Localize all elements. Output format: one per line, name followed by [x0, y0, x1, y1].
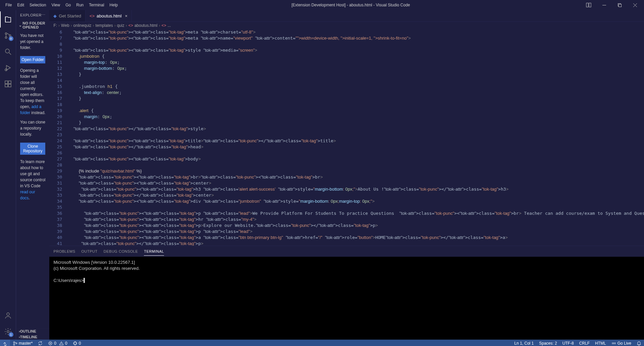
menu-selection[interactable]: Selection — [27, 1, 49, 9]
run-debug-icon[interactable] — [0, 60, 16, 76]
status-port[interactable]: 0 — [70, 340, 84, 346]
status-remote-icon[interactable] — [0, 340, 10, 346]
close-button[interactable] — [627, 0, 643, 10]
section-no-folder[interactable]: ⌄NO FOLDER OPENED — [16, 20, 49, 31]
side-panel: EXPLORER ⋯ ⌄NO FOLDER OPENED You have no… — [16, 10, 49, 340]
svg-point-8 — [5, 37, 7, 39]
minimize-button[interactable] — [596, 0, 612, 10]
svg-point-24 — [13, 344, 15, 345]
status-notifications-icon[interactable] — [634, 340, 644, 346]
menu-run[interactable]: Run — [73, 1, 86, 9]
menu-go[interactable]: Go — [63, 1, 73, 9]
msg-learn-git: To learn more about how to use git and s… — [20, 159, 45, 201]
status-bar: master* 0 0 0 Ln 1, Col 1 Spaces: 2 UTF-… — [0, 340, 644, 346]
tab-close-icon[interactable]: × — [124, 13, 128, 18]
code-content[interactable]: "tok-attr">class="tok-punc"><"tok-attr">… — [68, 29, 644, 246]
panel: PROBLEMS OUTPUT DEBUG CONSOLE TERMINAL ▣… — [49, 246, 644, 340]
status-sync-icon[interactable] — [35, 340, 45, 346]
svg-rect-1 — [589, 3, 591, 7]
terminal-body[interactable]: Microsoft Windows [Version 10.0.22567.1]… — [49, 257, 644, 340]
sidebar-more-icon[interactable]: ⋯ — [42, 13, 46, 17]
svg-point-10 — [5, 49, 9, 53]
status-eol[interactable]: CRLF — [577, 340, 592, 346]
panel-tab-debug[interactable]: DEBUG CONSOLE — [104, 247, 138, 255]
maximize-button[interactable] — [612, 0, 627, 10]
vscode-icon: ◆ — [53, 13, 57, 18]
status-lang[interactable]: HTML — [592, 340, 609, 346]
status-lncol[interactable]: Ln 1, Col 1 — [512, 340, 536, 346]
svg-rect-16 — [8, 84, 11, 87]
editor-area: ◆ Get Started <> aboutus.html × ⋯ F:› We… — [49, 10, 644, 340]
svg-rect-4 — [619, 4, 621, 7]
menu-edit[interactable]: Edit — [14, 1, 27, 9]
panel-tab-terminal[interactable]: TERMINAL — [144, 247, 164, 256]
search-icon[interactable] — [0, 44, 16, 60]
menu-file[interactable]: File — [3, 1, 14, 9]
svg-rect-0 — [586, 3, 588, 7]
svg-rect-2 — [602, 5, 606, 5]
clone-repo-button[interactable]: Clone Repository — [20, 143, 45, 155]
line-gutter: 6789101112131415161718192021222324252627… — [49, 29, 68, 246]
read-docs-link[interactable]: read our docs — [20, 190, 35, 200]
svg-point-7 — [5, 33, 7, 35]
window-title: [Extension Development Host] - aboutus.h… — [120, 3, 581, 7]
menu-view[interactable]: View — [49, 1, 63, 9]
svg-point-18 — [7, 331, 9, 333]
status-golive[interactable]: Go Live — [609, 340, 634, 346]
explorer-icon[interactable] — [0, 11, 16, 28]
breadcrumbs[interactable]: F:› Web› onlinequiz› templates› quiz› <>… — [49, 22, 644, 29]
msg-clone: You can clone a repository locally. — [20, 119, 45, 137]
extensions-icon[interactable] — [0, 76, 16, 92]
tab-aboutus[interactable]: <> aboutus.html × — [86, 10, 132, 21]
svg-point-31 — [613, 343, 614, 344]
panel-tab-output[interactable]: OUTPUT — [82, 247, 98, 255]
svg-point-23 — [13, 342, 15, 343]
account-icon[interactable] — [0, 307, 16, 324]
svg-rect-13 — [5, 81, 8, 84]
html-file-icon: <> — [128, 23, 133, 28]
section-timeline[interactable]: ›TIMELINE — [16, 334, 49, 340]
layout-icon[interactable] — [581, 0, 596, 10]
menu-terminal[interactable]: Terminal — [86, 1, 107, 9]
open-folder-button[interactable]: Open Folder — [20, 56, 45, 63]
editor-tabs: ◆ Get Started <> aboutus.html × ⋯ — [49, 10, 644, 22]
html-file-icon: <> — [90, 13, 95, 18]
sc-badge: 9 — [9, 36, 13, 41]
settings-badge: 1 — [9, 332, 13, 337]
activity-bar: 9 1 — [0, 10, 16, 340]
section-outline[interactable]: ›OUTLINE — [16, 328, 49, 334]
menu-help[interactable]: Help — [107, 1, 121, 9]
settings-gear-icon[interactable]: 1 — [0, 324, 16, 340]
status-errors[interactable]: 0 — [45, 340, 59, 346]
msg-no-folder: You have not yet opened a folder. — [20, 33, 45, 51]
tab-get-started[interactable]: ◆ Get Started — [49, 10, 85, 21]
title-controls — [581, 0, 644, 10]
html-file-icon: <> — [161, 23, 166, 28]
editor-body[interactable]: 6789101112131415161718192021222324252627… — [49, 29, 644, 246]
svg-rect-15 — [5, 84, 8, 87]
menu-bar: File Edit Selection View Go Run Terminal… — [0, 1, 120, 9]
status-spaces[interactable]: Spaces: 2 — [536, 340, 559, 346]
svg-rect-14 — [8, 81, 11, 84]
titlebar: File Edit Selection View Go Run Terminal… — [0, 0, 644, 10]
status-encoding[interactable]: UTF-8 — [560, 340, 577, 346]
svg-line-11 — [9, 53, 11, 55]
status-warnings[interactable]: 0 — [59, 340, 70, 346]
sidebar-title: EXPLORER — [20, 13, 42, 17]
msg-open-warning: Opening a folder will close all currentl… — [20, 67, 45, 116]
svg-point-17 — [7, 313, 9, 315]
panel-tab-problems[interactable]: PROBLEMS — [53, 247, 75, 255]
source-control-icon[interactable]: 9 — [0, 28, 16, 44]
status-branch[interactable]: master* — [10, 340, 35, 346]
